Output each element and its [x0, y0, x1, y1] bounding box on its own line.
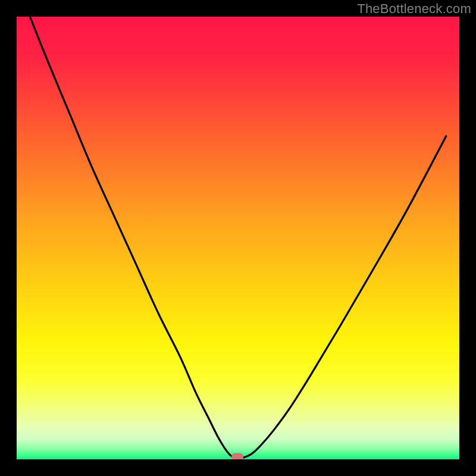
chart-frame: TheBottleneck.com — [0, 0, 476, 476]
optimum-marker — [231, 453, 243, 459]
watermark-text: TheBottleneck.com — [357, 1, 471, 17]
plot-area — [17, 17, 459, 459]
bottleneck-curve — [30, 17, 446, 459]
curve-layer — [17, 17, 459, 459]
